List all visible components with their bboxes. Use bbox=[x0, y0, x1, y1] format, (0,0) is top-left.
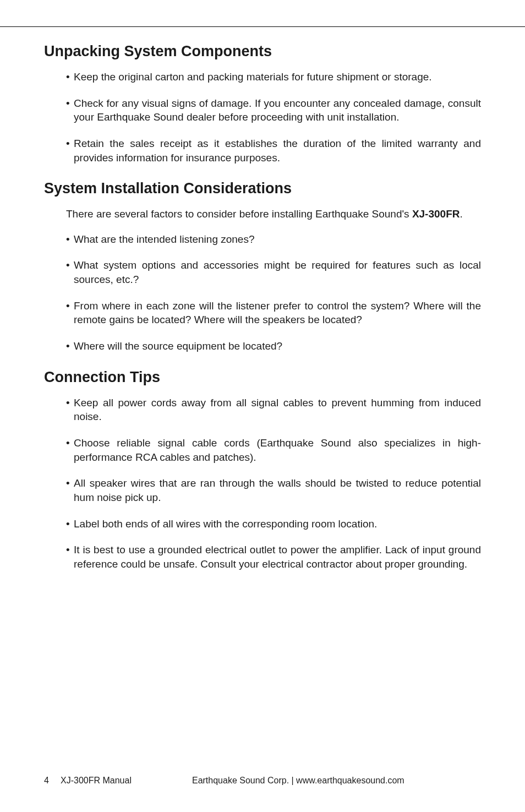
list-connection: Keep all power cords away from all signa… bbox=[66, 396, 481, 571]
list-item: Choose reliable signal cable cords (Eart… bbox=[66, 436, 481, 464]
lead-prefix: There are several factors to consider be… bbox=[66, 208, 412, 220]
footer-title: XJ-300FR Manual bbox=[61, 776, 132, 786]
list-item: From where in each zone will the listene… bbox=[66, 299, 481, 327]
footer-corp: Earthquake Sound Corp. | www.earthquakes… bbox=[192, 776, 481, 786]
list-item: All speaker wires that are ran through t… bbox=[66, 476, 481, 504]
list-item: Keep the original carton and packing mat… bbox=[66, 70, 481, 84]
list-item: What are the intended listening zones? bbox=[66, 232, 481, 247]
list-installation: What are the intended listening zones? W… bbox=[66, 232, 481, 353]
list-item: Where will the source equipment be locat… bbox=[66, 339, 481, 353]
lead-paragraph: There are several factors to consider be… bbox=[66, 207, 481, 221]
top-rule bbox=[0, 26, 525, 27]
list-unpacking: Keep the original carton and packing mat… bbox=[66, 70, 481, 165]
list-item: It is best to use a grounded electrical … bbox=[66, 543, 481, 571]
page-number: 4 bbox=[44, 776, 61, 786]
list-item: What system options and accessories migh… bbox=[66, 258, 481, 286]
lead-bold: XJ-300FR bbox=[412, 208, 460, 220]
lead-suffix: . bbox=[460, 208, 462, 220]
list-item: Check for any visual signs of damage. If… bbox=[66, 96, 481, 124]
list-item: Keep all power cords away from all signa… bbox=[66, 396, 481, 424]
list-item: Label both ends of all wires with the co… bbox=[66, 517, 481, 531]
heading-unpacking: Unpacking System Components bbox=[44, 43, 481, 60]
heading-connection: Connection Tips bbox=[44, 369, 481, 386]
list-item: Retain the sales receipt as it establish… bbox=[66, 137, 481, 165]
heading-installation: System Installation Considerations bbox=[44, 180, 481, 197]
footer: 4 XJ-300FR Manual Earthquake Sound Corp.… bbox=[44, 776, 481, 786]
